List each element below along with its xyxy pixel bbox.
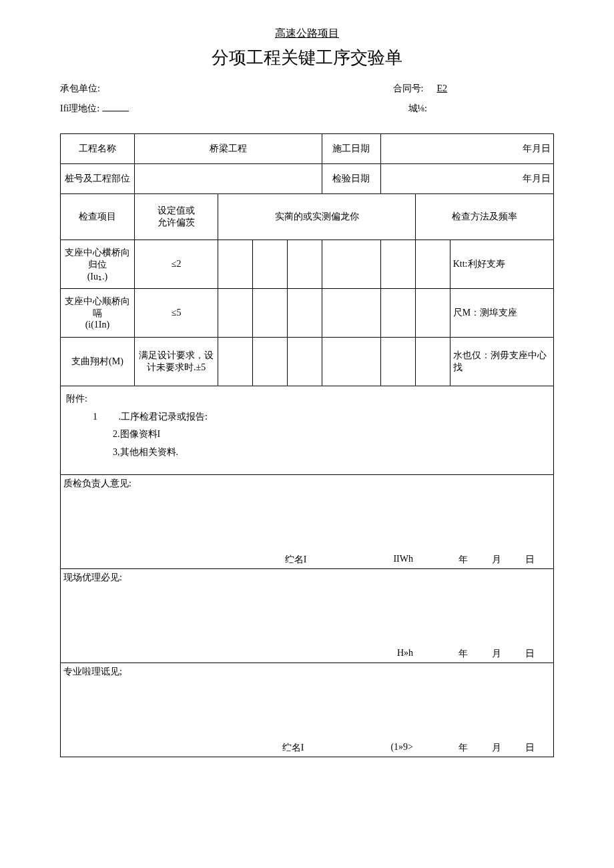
attachment-item-3: 3,其他相关资料. xyxy=(66,444,548,462)
row2-actual-4 xyxy=(322,289,381,338)
row1-actual-4 xyxy=(322,240,381,289)
construct-date-value: 年月日 xyxy=(381,134,554,164)
inspect-date-value: 年月日 xyxy=(381,164,554,194)
opinion-site-date: 年月日 xyxy=(446,648,547,660)
row3-item: 支曲翔村(M) xyxy=(61,338,135,386)
meta-row-1: 承包单位: 合同号: E2 xyxy=(60,83,554,95)
col-method-header: 检查方法及频率 xyxy=(416,194,554,240)
main-table: 工程名称 桥梁工程 施工日期 年月日 桩号及工程部位 检验日期 年月日 检查项目… xyxy=(60,133,554,757)
row3-actual-6 xyxy=(416,338,450,386)
attachments-cell: 附件: 1 .工序检君记录或报告: 2.图像资料I 3,其他相关资料. xyxy=(61,386,554,475)
stake-label: 桩号及工程部位 xyxy=(61,164,135,194)
row1-actual-1 xyxy=(218,240,253,289)
opinion-pro-sigid: (1»9> xyxy=(390,742,413,754)
supervisor-label: Ifi理地位: xyxy=(60,103,99,115)
row3-actual-5 xyxy=(381,338,416,386)
row1-setting: ≤2 xyxy=(134,240,218,289)
supervisor-blank xyxy=(102,111,129,111)
attachment-item-2: 2.图像资料I xyxy=(66,426,548,444)
row3-setting: 满足设计要求，设计未要求时.±5 xyxy=(134,338,218,386)
opinion-qc-signame: 纻名I xyxy=(285,554,307,566)
opinion-site-label: 现场优理必见: xyxy=(63,572,122,584)
opinion-pro-date: 年月日 xyxy=(446,742,547,754)
col-item-header: 检查项目 xyxy=(61,194,135,240)
row1-method: Ktt:利好支寿 xyxy=(450,240,553,289)
page-title: 分项工程关键工序交验单 xyxy=(60,46,554,69)
row1-actual-6 xyxy=(416,240,450,289)
row1-actual-5 xyxy=(381,240,416,289)
row2-item: 支座中心顺桥向嗝 (i(1In) xyxy=(61,289,135,338)
col-actual-header: 实蔺的或实测偏龙你 xyxy=(218,194,416,240)
contractor-label: 承包单位: xyxy=(60,83,100,95)
opinion-qc-label: 质检负责人意见: xyxy=(63,478,131,490)
row2-actual-5 xyxy=(381,289,416,338)
meta-row-2: Ifi理地位: 城⅛: xyxy=(60,103,554,115)
attachments-label: 附件: xyxy=(66,390,548,408)
contract-no-label: 合同号: xyxy=(393,83,424,95)
opinion-pro-signame: 纻名I xyxy=(282,742,304,754)
attachment-item-1: 1 .工序检君记录或报告: xyxy=(66,408,548,426)
subtitle: 高速公路项目 xyxy=(60,27,554,41)
row3-actual-2 xyxy=(253,338,288,386)
opinion-site: 现场优理必见: H»h 年月日 xyxy=(61,569,554,663)
project-name-value: 桥梁工程 xyxy=(134,134,322,164)
inspect-date-label: 检验日期 xyxy=(322,164,381,194)
opinion-pro-label: 专业啦理诋见; xyxy=(63,666,122,678)
row1-item: 支座中心横桥向归位 (Iu₁.) xyxy=(61,240,135,289)
row2-method: 尺M：测埠支座 xyxy=(450,289,553,338)
opinion-site-sigid: H»h xyxy=(397,648,413,660)
row3-actual-1 xyxy=(218,338,253,386)
row2-actual-6 xyxy=(416,289,450,338)
row1-actual-3 xyxy=(287,240,322,289)
row3-actual-3 xyxy=(287,338,322,386)
contract-no-value: E2 xyxy=(436,83,447,94)
row3-actual-4 xyxy=(322,338,381,386)
row1-actual-2 xyxy=(253,240,288,289)
row2-actual-3 xyxy=(287,289,322,338)
opinion-qc-date: 年月日 xyxy=(446,554,547,566)
stake-value xyxy=(134,164,322,194)
col-setting-header: 设定值或 允许偏茨 xyxy=(134,194,218,240)
project-name-label: 工程名称 xyxy=(61,134,135,164)
number-label: 城⅛: xyxy=(408,103,427,115)
row2-setting: ≤5 xyxy=(134,289,218,338)
opinion-pro: 专业啦理诋见; 纻名I (1»9> 年月日 xyxy=(61,663,554,757)
row2-actual-1 xyxy=(218,289,253,338)
construct-date-label: 施工日期 xyxy=(322,134,381,164)
row2-actual-2 xyxy=(253,289,288,338)
opinion-qc: 质检负责人意见: 纻名I IIWh 年月日 xyxy=(61,475,554,569)
opinion-qc-sigid: IIWh xyxy=(393,554,413,566)
row3-method: 水也仅：洌毋支座中心找 xyxy=(450,338,553,386)
